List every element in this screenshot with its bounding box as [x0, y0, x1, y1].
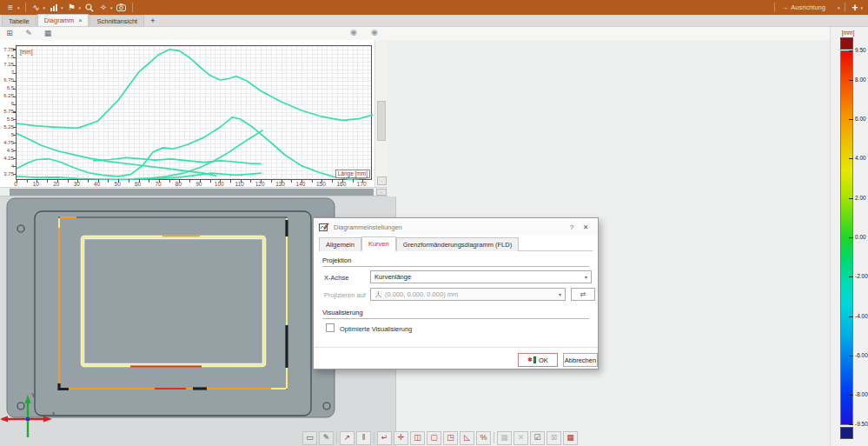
x-axis-tick-label: 170 — [355, 181, 368, 187]
distance-button[interactable]: ▭ — [302, 431, 317, 445]
move-cross-button[interactable]: ✛ — [394, 431, 408, 445]
align-mode-button[interactable]: Ausrichtung — [791, 3, 825, 11]
x-axis-tick-label: 160 — [335, 181, 348, 187]
rectangle-button[interactable]: ▢ — [427, 431, 441, 445]
y-axis-tick-label: 7.5 — [0, 54, 14, 60]
swap-arrows-icon: ⇄ — [580, 290, 586, 298]
colorbar-tick — [849, 424, 853, 425]
dialog-footer-divider — [314, 347, 598, 348]
grid-colors-button[interactable]: ▦ — [563, 431, 578, 445]
toolbar-separator — [374, 432, 374, 443]
add-diagram-icon[interactable]: ⊞ — [3, 28, 16, 38]
y-axis-tick-label: 7.75 — [0, 47, 14, 53]
chevron-down-icon[interactable]: ▾ — [79, 5, 82, 10]
tab-tabelle[interactable]: Tabelle — [2, 15, 36, 26]
offset-button[interactable]: ◫ — [410, 431, 425, 445]
chevron-down-icon[interactable]: ▾ — [860, 5, 863, 10]
x-axis-tick-label: 120 — [254, 181, 266, 187]
dialog-tab-allgemein[interactable]: Allgemein — [319, 237, 361, 251]
tab-label: Schnittansicht — [96, 17, 137, 25]
dialog-titlebar[interactable]: Diagrammeinstellungen ? ✕ — [314, 218, 598, 236]
cancel-button[interactable]: Abbrechen — [563, 353, 598, 367]
align-arrow-icon: → — [781, 3, 788, 11]
tab-diagramm[interactable]: Diagramm× — [37, 14, 89, 26]
toolbar-divider — [845, 3, 845, 12]
chevron-down-icon[interactable]: ▾ — [585, 274, 587, 280]
x-axis-tick-label: 130 — [275, 181, 287, 187]
chevron-down-icon[interactable]: ▾ — [110, 5, 113, 10]
link-button[interactable]: % — [476, 431, 491, 445]
scrollbar-thumb[interactable] — [10, 189, 374, 196]
scrollbar-button[interactable]: · — [376, 189, 387, 196]
tab-close-icon[interactable]: × — [78, 17, 82, 23]
dialog-tab-fld[interactable]: Grenzformänderungsdiagramm (FLD) — [396, 237, 519, 251]
colorbar-value-label: 8.00 — [855, 77, 868, 83]
x-axis-field-label: X-Achse — [324, 274, 348, 282]
project-combobox-value: (0.000, 0.000, 0.000) mm — [385, 290, 458, 298]
toolbar-right-group: → Ausrichtung ▾ + ▾ — [771, 2, 865, 14]
apply-button[interactable]: ☑ — [530, 431, 545, 445]
diagram-settings-icon[interactable]: ✎ — [23, 28, 35, 38]
y-axis-tick-label: 5.5 — [0, 116, 14, 123]
app-window: ≡▾∿▾▾⚑▾✧▾ → Ausrichtung ▾ + ▾ TabelleDia… — [0, 0, 868, 446]
chart-plot-area[interactable]: [mm] Länge [mm] — [16, 45, 372, 180]
y-axis-tick-label: 6.5 — [0, 85, 14, 91]
cancel-button-label: Abbrechen — [565, 356, 596, 364]
chevron-down-icon[interactable]: ▾ — [17, 5, 20, 10]
tab-schnittansicht[interactable]: Schnittansicht — [89, 15, 144, 26]
chevron-down-icon[interactable]: ▾ — [838, 5, 840, 10]
chevron-down-icon[interactable]: ▾ — [43, 5, 46, 10]
chevron-down-icon[interactable]: ▾ — [559, 291, 561, 297]
toolbar-divider — [25, 3, 26, 12]
section-curve-icon[interactable]: ∿ — [30, 1, 43, 14]
y-axis-tick-label: 5.25 — [0, 124, 14, 130]
x-axis-tick-label: 110 — [234, 181, 246, 187]
colorbar-tick — [849, 119, 853, 120]
inner-rect-button[interactable]: ◳ — [443, 431, 458, 445]
camera-icon[interactable] — [116, 1, 128, 14]
curve-2 — [17, 134, 216, 176]
x-axis-combobox[interactable]: Kurvenlänge ▾ — [370, 270, 592, 283]
y-axis-tick-label: 4 — [0, 163, 14, 170]
chevron-down-icon[interactable]: ▾ — [61, 5, 63, 10]
project-combobox[interactable]: (0.000, 0.000, 0.000) mm ▾ — [370, 288, 566, 301]
x-axis-tick-label: 80 — [172, 181, 184, 187]
spark-icon[interactable]: ✧ — [97, 1, 109, 14]
y-axis-unit-label: [mm] — [20, 49, 32, 55]
ok-button[interactable]: ✱ OK — [518, 353, 558, 367]
chart-vertical-scrollbar[interactable]: · — [374, 40, 388, 187]
x-axis-tick-label: 70 — [152, 181, 164, 187]
chart-horizontal-scrollbar[interactable]: · — [0, 187, 388, 196]
resize-button[interactable]: ↗ — [340, 431, 354, 445]
menu-icon[interactable]: ≡ — [4, 1, 17, 14]
table-grid-icon[interactable]: ▦ — [42, 28, 54, 38]
optimized-visualization-checkbox[interactable] — [326, 323, 335, 332]
chart-config-icon[interactable]: ◉ — [350, 28, 357, 37]
help-button[interactable]: ? — [565, 223, 579, 231]
section-edit-button[interactable]: ✎ — [319, 431, 334, 445]
close-button[interactable]: ✕ — [579, 223, 593, 231]
chart-more-icon[interactable]: ◉ — [371, 28, 378, 37]
mirror-button[interactable]: ‖ — [356, 431, 371, 445]
tab-add[interactable]: + — [145, 15, 160, 26]
angle-button[interactable]: ◺ — [460, 431, 474, 445]
flag-icon[interactable]: ⚑ — [66, 1, 78, 14]
scrollbar-button[interactable]: · — [377, 176, 387, 185]
dialog-tab-kurven[interactable]: Kurven — [361, 236, 396, 251]
x-axis-tick-label: 20 — [50, 181, 63, 187]
colorbar-tick — [849, 316, 853, 317]
view-tabbar: TabelleDiagramm×Schnittansicht+ — [0, 15, 868, 27]
colorbar-unit-label: [mm] — [831, 30, 865, 36]
scrollbar-thumb[interactable] — [377, 101, 386, 141]
apply-star-icon: ✱ — [527, 356, 533, 363]
flip-button[interactable]: ↵ — [377, 431, 392, 445]
search-icon[interactable] — [83, 1, 96, 14]
chart-panel: [mm] Länge [mm] · 3.7544.254.54.7555.255… — [0, 40, 388, 187]
x-axis-tick-label: 60 — [132, 181, 144, 187]
x-axis-tick-label: 10 — [30, 181, 42, 187]
y-axis-tick-label: 4.75 — [0, 140, 14, 146]
add-view-button[interactable]: + — [851, 2, 858, 14]
chart-icon[interactable] — [48, 1, 60, 14]
pick-direction-button[interactable]: ⇄ — [571, 288, 595, 301]
colorbar-value-label: -8.00 — [855, 391, 868, 397]
